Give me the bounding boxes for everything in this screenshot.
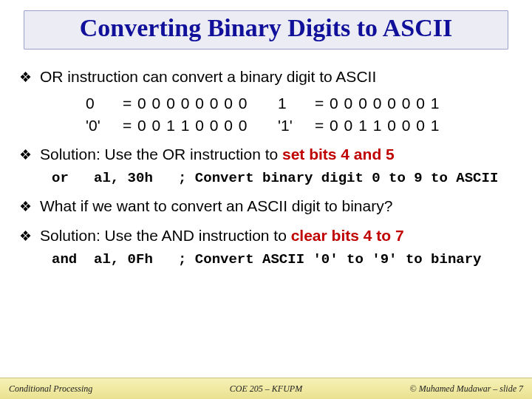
bits-cell: = 0 0 1 1 0 0 0 1 [315,117,470,134]
bullet-icon: ❖ [19,228,33,245]
bits-cell: = 0 0 1 1 0 0 0 0 [123,117,278,134]
emphasis: clear bits 4 to 7 [291,227,404,244]
footer-left: Conditional Processing [9,383,180,395]
bullet-text: OR instruction can convert a binary digi… [40,67,513,86]
bullet-text: What if we want to convert an ASCII digi… [40,197,513,216]
bits-cell: = 0 0 0 0 0 0 0 0 [123,95,278,112]
bullet-text: Solution: Use the AND instruction to cle… [40,226,513,245]
bullet-text: Solution: Use the OR instruction to set … [40,145,513,164]
footer-right: © Muhamed Mudawar – slide 7 [352,383,523,395]
bits-row-0: 0 = 0 0 0 0 0 0 0 0 1 = 0 0 0 0 0 0 0 1 [86,95,513,112]
bits-cell: '0' [86,117,123,134]
bits-table: 0 = 0 0 0 0 0 0 0 0 1 = 0 0 0 0 0 0 0 1 … [86,95,513,134]
bullet-and-solution: ❖ Solution: Use the AND instruction to c… [19,226,513,245]
bullet-icon: ❖ [19,198,33,216]
emphasis: set bits 4 and 5 [282,146,395,163]
bits-row-1: '0' = 0 0 1 1 0 0 0 0 '1' = 0 0 1 1 0 0 … [86,117,513,134]
slide-body: ❖ OR instruction can convert a binary di… [0,57,532,378]
title-box: Converting Binary Digits to ASCII [24,10,508,50]
bits-cell: 1 [278,95,315,112]
bullet-or-intro: ❖ OR instruction can convert a binary di… [19,67,513,86]
slide-title: Converting Binary Digits to ASCII [32,14,500,41]
code-or: or al, 30h ; Convert binary digit 0 to 9… [52,170,513,186]
bits-cell: '1' [278,117,315,134]
slide: Converting Binary Digits to ASCII ❖ OR i… [0,0,532,399]
bullet-icon: ❖ [19,69,33,86]
code-and: and al, 0Fh ; Convert ASCII '0' to '9' t… [52,251,513,267]
bits-cell: = 0 0 0 0 0 0 0 1 [315,95,470,112]
footer: Conditional Processing COE 205 – KFUPM ©… [0,378,532,399]
bullet-text-pre: Solution: Use the OR instruction to [40,146,282,163]
bullet-icon: ❖ [19,146,33,164]
bullet-text-pre: Solution: Use the AND instruction to [40,227,291,244]
footer-center: COE 205 – KFUPM [180,383,352,395]
bullet-and-question: ❖ What if we want to convert an ASCII di… [19,197,513,216]
bullet-or-solution: ❖ Solution: Use the OR instruction to se… [19,145,513,164]
bits-cell: 0 [86,95,123,112]
